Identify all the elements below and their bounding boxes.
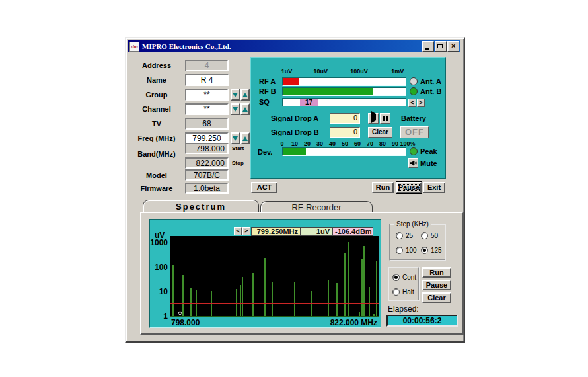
dev-scale-label: 10 bbox=[291, 140, 298, 147]
step-option-100[interactable]: 100 bbox=[396, 247, 417, 254]
band-stop-tag: Stop bbox=[232, 160, 244, 166]
step-option-125[interactable]: 125 bbox=[421, 247, 442, 254]
rf-a-meter bbox=[282, 77, 406, 86]
radio-icon bbox=[392, 274, 400, 281]
run-button-spectrum[interactable]: Run bbox=[422, 267, 451, 278]
step-option-50[interactable]: 50 bbox=[421, 232, 438, 239]
cursor-dbm: -106.4dBm bbox=[332, 227, 373, 236]
signal-drop-b-field: 0 bbox=[330, 127, 360, 138]
minimize-icon bbox=[425, 48, 429, 50]
elapsed-time-display: 00:00:56:2 bbox=[386, 315, 458, 327]
uv-scale-labels: 1uV10uV100uV1mV bbox=[282, 68, 406, 75]
sq-label: SQ bbox=[259, 98, 270, 106]
spectrum-spike bbox=[328, 280, 329, 316]
radio-icon bbox=[396, 247, 403, 254]
dev-scale-label: 100% bbox=[400, 140, 415, 147]
band-label: Band(MHz) bbox=[129, 150, 184, 158]
arrow-up-icon bbox=[242, 136, 248, 141]
dev-scale-label: 0 bbox=[280, 140, 283, 147]
firmware-label: Firmware bbox=[129, 185, 184, 192]
channel-spin-down[interactable] bbox=[231, 103, 240, 115]
y-tick-10: 10 bbox=[159, 287, 168, 296]
pause-drop-button[interactable] bbox=[380, 113, 390, 124]
spectrum-plot[interactable] bbox=[170, 236, 379, 317]
spectrum-spike bbox=[369, 287, 370, 316]
battery-label: Battery bbox=[401, 114, 426, 122]
band-start-tag: Start bbox=[232, 146, 244, 151]
dev-fill bbox=[283, 148, 306, 155]
sq-meter: 17 bbox=[282, 98, 406, 106]
cursor-left-button[interactable]: < bbox=[234, 227, 242, 235]
dev-scale-label: 70 bbox=[367, 140, 373, 147]
y-tick-100: 100 bbox=[155, 263, 168, 272]
maximize-button[interactable] bbox=[435, 41, 447, 52]
model-field: 707B/C bbox=[185, 169, 229, 181]
dev-label: Dev. bbox=[258, 148, 272, 156]
freq-spin-up[interactable] bbox=[240, 132, 250, 144]
peak-label: Peak bbox=[420, 147, 437, 155]
tab-spectrum[interactable]: Spectrum bbox=[143, 200, 259, 212]
arrow-up-icon bbox=[242, 93, 248, 97]
cursor-right-button[interactable]: > bbox=[242, 227, 250, 235]
clear-drop-button[interactable]: Clear bbox=[368, 127, 392, 138]
close-icon: × bbox=[448, 42, 459, 51]
group-spin-up[interactable] bbox=[240, 89, 250, 101]
group-field[interactable]: ** bbox=[185, 89, 229, 101]
spectrum-spike bbox=[336, 283, 338, 316]
ant-b-lamp bbox=[410, 87, 418, 95]
pause-button-main[interactable]: Pause bbox=[396, 182, 422, 193]
mode-option-cont[interactable]: Cont bbox=[392, 274, 416, 281]
ant-a-label: Ant. A bbox=[420, 77, 441, 85]
minimize-button[interactable] bbox=[422, 41, 434, 52]
step-groupbox: Step (KHz) 25 50 100 125 bbox=[389, 224, 446, 261]
dev-scale-label: 40 bbox=[329, 140, 336, 147]
spectrum-spike bbox=[348, 242, 349, 316]
act-button[interactable]: ACT bbox=[251, 182, 277, 193]
freq-spin-down[interactable] bbox=[231, 132, 240, 144]
signal-drop-a-label: Signal Drop A bbox=[271, 114, 318, 122]
tab-rf-recorder[interactable]: RF-Recorder bbox=[260, 201, 373, 212]
exit-button[interactable]: Exit bbox=[423, 182, 445, 193]
band-start-field: 798.000 bbox=[185, 143, 229, 154]
address-label: Address bbox=[129, 62, 184, 69]
noise-floor-line bbox=[170, 316, 379, 317]
spectrum-spike bbox=[272, 282, 273, 316]
arrow-down-icon bbox=[233, 107, 238, 112]
spectrum-spike bbox=[172, 265, 174, 316]
rf-b-label: RF B bbox=[259, 87, 276, 95]
sq-step-left-button[interactable]: < bbox=[408, 99, 416, 107]
peak-lamp bbox=[410, 147, 418, 155]
x-axis-end-label: 822.000 MHz bbox=[330, 318, 377, 327]
sq-step-right-button[interactable]: > bbox=[417, 99, 425, 107]
arrow-up-icon bbox=[242, 107, 248, 112]
mode-option-halt[interactable]: Halt bbox=[392, 288, 414, 296]
pause-button-spectrum[interactable]: Pause bbox=[422, 280, 451, 290]
cursor-level: 1uV bbox=[301, 227, 332, 236]
run-button-main[interactable]: Run bbox=[372, 182, 394, 193]
dev-scale-label: 50 bbox=[342, 140, 348, 147]
signal-drop-b-label: Signal Drop B bbox=[271, 128, 319, 136]
radio-icon bbox=[421, 232, 428, 239]
play-button[interactable] bbox=[368, 113, 379, 124]
clear-button-spectrum[interactable]: Clear bbox=[422, 292, 451, 303]
group-spin-down[interactable] bbox=[231, 89, 240, 101]
battery-status: OFF bbox=[400, 126, 429, 138]
spectrum-spike bbox=[344, 253, 346, 316]
name-field[interactable]: R 4 bbox=[185, 74, 229, 86]
close-button[interactable]: × bbox=[447, 41, 459, 52]
mode-groupbox: Cont Halt bbox=[388, 267, 420, 301]
window-title: MIPRO Electronics Co.,Ltd. bbox=[142, 42, 422, 50]
mute-button[interactable] bbox=[408, 158, 418, 168]
dev-scale-label: 20 bbox=[304, 140, 311, 147]
channel-field[interactable]: ** bbox=[185, 103, 229, 115]
channel-spin-up[interactable] bbox=[240, 103, 250, 115]
uv-scale-label: 10uV bbox=[314, 68, 328, 75]
titlebar: dm MIPRO Electronics Co.,Ltd. × bbox=[128, 40, 460, 52]
address-field: 4 bbox=[185, 60, 229, 71]
cursor-marker-icon[interactable] bbox=[177, 311, 182, 315]
play-icon bbox=[371, 111, 376, 123]
app-icon: dm bbox=[129, 42, 139, 52]
step-group-title: Step (KHz) bbox=[394, 220, 431, 228]
spectrum-spike bbox=[376, 261, 377, 316]
step-option-25[interactable]: 25 bbox=[396, 232, 413, 239]
